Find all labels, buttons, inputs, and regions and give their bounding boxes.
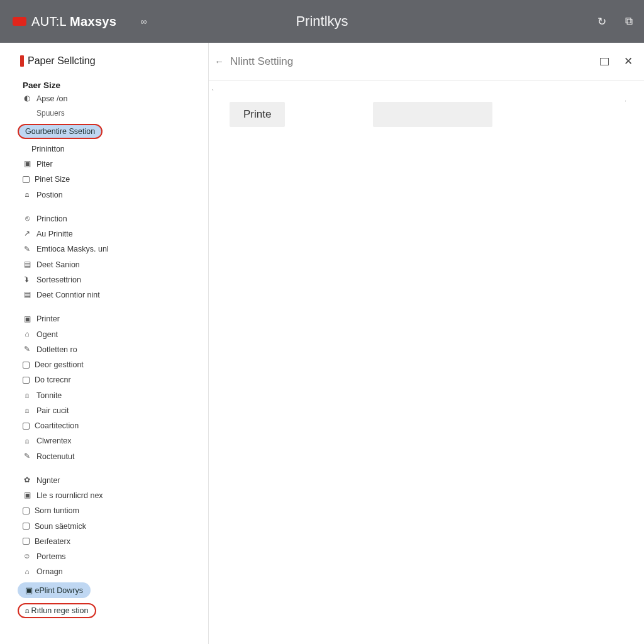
content-title: Nlintt Settiing [230, 55, 293, 68]
pill-label: ePlint Dowrys [35, 586, 82, 595]
sidebar-item-label: Dotletten ro [36, 345, 77, 355]
sidebar-item-lle-rournlicrd[interactable]: ▣Lle s rournlicrd nex [6, 488, 208, 503]
print-icon: ⎋ [23, 214, 31, 224]
titlebar-actions: ↻ ⧉ [597, 15, 633, 28]
sidebar-item-sorn-tuntiom[interactable]: Sorn tuntiom [6, 503, 208, 518]
sidebar-item-postion[interactable]: ⩍Postion [6, 187, 208, 203]
checkbox-icon [23, 423, 30, 430]
sidebar-item-spuuers[interactable]: Spuuers [6, 106, 208, 121]
sidebar-item-clwrentex[interactable]: ⩍Clwrentex [6, 433, 208, 448]
sidebar-item-dotletten[interactable]: ✎Dotletten ro [6, 342, 208, 357]
sidebar-item-label: Deor gesttiont [35, 360, 84, 370]
link-icon[interactable]: ∞ [140, 16, 147, 26]
sidebar-item-label: Au Prinitte [36, 229, 73, 239]
pair-icon: ⩍ [23, 406, 31, 416]
sidebar-item-sortesettrion[interactable]: ⮯Sortesettrion [6, 272, 208, 287]
sidebar-item-deet-conntior[interactable]: ▤Deet Conntior nint [6, 287, 208, 303]
sidebar-item-label: Soun säetmick [35, 521, 86, 531]
content-body: ‵ · Printe [203, 80, 644, 644]
sidebar-item-beifeaterx[interactable]: Beıfeaterx [6, 534, 208, 549]
page-icon: ▣ [23, 159, 31, 169]
checkbox-icon [23, 362, 30, 369]
sidebar-item-deor-gesttiont[interactable]: Deor gesttiont [6, 357, 208, 372]
brand-name: AUT:L Maxsys [31, 14, 116, 29]
sidebar-item-label: Lle s rournlicrd nex [36, 491, 103, 501]
group-paer-size: Paer Size [6, 72, 208, 91]
arrow-icon: ↗ [23, 229, 31, 239]
sidebar-item-label: Roctenutut [36, 452, 74, 462]
home-icon: ⌂ [23, 567, 31, 577]
sidebar-item-deet-sanion[interactable]: ▤Deet Sanion [6, 257, 208, 272]
page-title: Printlkys [296, 13, 348, 30]
back-arrow-icon[interactable]: ← [214, 56, 224, 67]
sidebar-item-label: Ornagn [36, 567, 63, 577]
sidebar-item-ogent[interactable]: ⌂Ogent [6, 327, 208, 342]
printe-value-field[interactable] [373, 102, 492, 127]
maximize-icon[interactable] [600, 58, 609, 65]
sidebar-item-ngnter[interactable]: ✿Ngnter [6, 473, 208, 488]
checkbox-icon [23, 377, 30, 384]
sidebar-item-tonnite[interactable]: ⩍Tonnite [6, 388, 208, 403]
sidebar-header-label: Paper Sellcting [28, 55, 96, 67]
pill-label: Rıtlun rege stion [31, 606, 88, 615]
checkbox-icon [23, 508, 30, 514]
doc-icon: ▣ [25, 586, 33, 595]
sidebar-item-piter[interactable]: ▣Piter [6, 157, 208, 172]
sidebar-item-label: Clwrentex [36, 436, 72, 446]
checkbox-icon [23, 523, 30, 530]
brand-pre: AUT:L [31, 14, 70, 28]
sidebar-item-pair-cucit[interactable]: ⩍Pair cucit [6, 403, 208, 418]
content-pane: ← Nlintt Settiing ✕ ‵ · Printe [203, 43, 644, 644]
sidebar-item-portems[interactable]: ☺Portems [6, 549, 208, 564]
tone-icon: ⩍ [23, 391, 31, 401]
sidebar-item-label: Prinintton [31, 144, 65, 154]
sidebar-item-label: Emtioca Maskys. unl [36, 244, 109, 254]
refresh-icon[interactable]: ↻ [597, 15, 606, 28]
sidebar-item-label: Postion [36, 190, 63, 200]
body: Paper Sellcting Paer Size ◐Apse /on Spuu… [0, 43, 644, 644]
brand-bold: Maxsys [70, 14, 116, 28]
content-header-left: ← Nlintt Settiing [214, 55, 293, 68]
flower-icon: ✿ [23, 475, 31, 486]
sidebar-pill-eplint[interactable]: ▣ ePlint Dowrys [18, 582, 91, 598]
doc-icon: ▣ [23, 491, 31, 501]
sidebar: Paper Sellcting Paer Size ◐Apse /on Spuu… [6, 43, 209, 644]
printe-label: Printe [230, 102, 285, 127]
corner-dot-icon: · [625, 97, 626, 104]
sidebar-item-emtioca[interactable]: ✎Emtioca Maskys. unl [6, 242, 208, 257]
sidebar-pill-ritlun[interactable]: ⩍ Rıtlun rege stion [18, 603, 96, 618]
sidebar-item-label: Pinet Size [35, 174, 70, 184]
close-icon[interactable]: ✕ [624, 55, 633, 68]
sidebar-item-do-tcrecnr[interactable]: Do tcrecnr [6, 372, 208, 387]
sidebar-item-label: Coartitection [35, 421, 79, 431]
pencil-icon: ✎ [23, 452, 31, 462]
pencil-icon: ✎ [23, 245, 31, 255]
sidebar-item-pinet-size[interactable]: Pinet Size [6, 172, 208, 187]
sidebar-item-printer[interactable]: ▣Printer [6, 311, 208, 326]
position-icon: ⩍ [23, 190, 31, 200]
home-icon: ⌂ [23, 330, 31, 340]
sidebar-item-label: Pair cucit [36, 406, 69, 416]
face-icon: ☺ [23, 552, 31, 562]
sidebar-item-apse-on[interactable]: ◐Apse /on [6, 91, 208, 106]
sidebar-item-prinction[interactable]: ⎋Prinction [6, 211, 208, 226]
brand: AUT:L Maxsys ∞ [13, 14, 147, 29]
sidebar-item-soun-saetmick[interactable]: Soun säetmick [6, 519, 208, 534]
sidebar-pill-selected[interactable]: Gourbentire Ssetion [18, 124, 103, 139]
sidebar-item-au-prinitte[interactable]: ↗Au Prinitte [6, 226, 208, 242]
sidebar-item-label: Printer [36, 314, 60, 324]
sidebar-item-prinintton[interactable]: Prinintton [6, 142, 208, 157]
sidebar-item-label: Portems [36, 552, 66, 562]
sidebar-item-ornagn[interactable]: ⌂Ornagn [6, 564, 208, 579]
sidebar-item-label: Deet Conntior nint [36, 290, 100, 300]
sidebar-item-coartitection[interactable]: Coartitection [6, 418, 208, 433]
printe-row: Printe [230, 102, 630, 127]
layers-icon[interactable]: ⧉ [625, 15, 633, 28]
sidebar-item-label: Beıfeaterx [35, 536, 70, 547]
current-icon: ⩍ [23, 436, 31, 447]
printer-icon: ▣ [23, 314, 31, 325]
sidebar-item-roctenutut[interactable]: ✎Roctenutut [6, 449, 208, 464]
titlebar: AUT:L Maxsys ∞ Printlkys ↻ ⧉ [0, 0, 644, 43]
sidebar-item-label: Apse /on [36, 94, 67, 104]
brand-badge-icon [13, 17, 26, 26]
